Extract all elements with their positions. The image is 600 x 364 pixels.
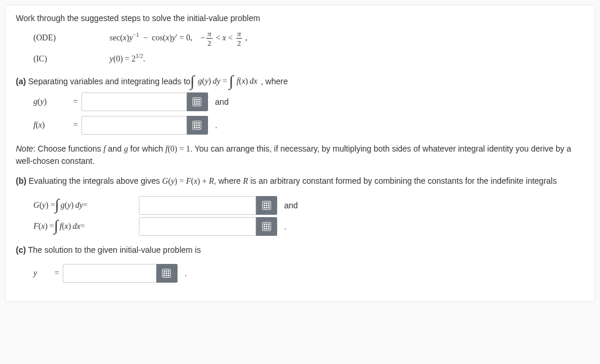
keypad-icon (192, 121, 202, 130)
gy-input[interactable] (81, 92, 187, 111)
equals-sign: = (73, 121, 78, 130)
svg-rect-12 (196, 122, 198, 124)
svg-rect-8 (196, 103, 198, 105)
svg-rect-18 (196, 126, 198, 128)
svg-rect-22 (265, 202, 267, 204)
svg-rect-36 (268, 225, 270, 227)
Gy-input-group: G(y) = ∫ g(y) dy = and (33, 196, 584, 215)
svg-rect-1 (194, 99, 196, 101)
svg-rect-26 (268, 204, 270, 206)
period-text: . (284, 222, 287, 231)
part-b-text: (b) Evaluating the integrals above gives… (16, 175, 584, 187)
intro-text: Work through the suggested steps to solv… (16, 13, 584, 23)
svg-rect-5 (196, 101, 198, 103)
svg-rect-43 (168, 270, 170, 272)
svg-rect-29 (268, 207, 270, 208)
ic-tag: (IC) (33, 54, 110, 64)
ode-expression: sec(x)y−1 − cos(x)y′ = 0, −π2 < x < π2 , (110, 30, 247, 47)
svg-rect-45 (166, 273, 168, 274)
ode-block: (ODE) sec(x)y−1 − cos(x)y′ = 0, −π2 < x … (33, 29, 584, 68)
svg-rect-4 (194, 101, 196, 103)
keypad-button-Fx[interactable] (256, 217, 277, 236)
svg-rect-34 (264, 225, 265, 227)
svg-rect-2 (196, 99, 198, 101)
keypad-button-Gy[interactable] (256, 196, 277, 215)
svg-rect-33 (268, 224, 270, 225)
and-text: and (284, 201, 298, 210)
svg-rect-19 (199, 126, 200, 128)
keypad-button-gy[interactable] (187, 92, 208, 111)
part-a-after: , where (261, 77, 288, 86)
svg-rect-13 (199, 122, 200, 124)
keypad-button-fx[interactable] (187, 116, 208, 135)
svg-rect-16 (199, 125, 200, 126)
svg-rect-24 (264, 204, 265, 206)
svg-rect-9 (199, 103, 200, 105)
svg-rect-38 (265, 228, 267, 229)
part-a-label: (a) Separating variables and integrating… (16, 77, 190, 86)
svg-rect-6 (199, 101, 200, 103)
svg-rect-39 (268, 228, 270, 229)
problem-card: Work through the suggested steps to solv… (5, 5, 595, 302)
svg-rect-31 (264, 224, 265, 225)
ic-row: (IC) y(0) = 21/2. (33, 50, 584, 68)
svg-rect-3 (199, 99, 200, 101)
fx-input[interactable] (81, 116, 187, 135)
svg-rect-14 (194, 125, 196, 126)
keypad-icon (262, 201, 271, 210)
gy-input-group: g(y) = and (33, 92, 584, 111)
keypad-icon (192, 97, 202, 107)
svg-rect-41 (163, 270, 165, 272)
ode-row: (ODE) sec(x)y−1 − cos(x)y′ = 0, −π2 < x … (33, 29, 584, 47)
and-text: and (215, 97, 229, 107)
keypad-icon (162, 269, 171, 278)
equals-sign: = (73, 97, 78, 107)
svg-rect-11 (194, 122, 196, 124)
svg-rect-49 (168, 274, 170, 276)
svg-rect-37 (264, 228, 265, 229)
period-text: . (215, 121, 217, 130)
period-text: . (185, 269, 187, 278)
note-text: Note: Choose functions f and g for which… (16, 143, 584, 167)
Fx-input-group: F(x) = ∫ f(x) dx = . (33, 217, 584, 236)
gy-label: g(y) (33, 97, 70, 107)
svg-rect-44 (163, 273, 165, 274)
svg-rect-48 (166, 274, 168, 276)
svg-rect-23 (268, 202, 270, 204)
svg-rect-27 (264, 207, 265, 208)
part-a-row: (a) Separating variables and integrating… (16, 75, 584, 88)
svg-rect-17 (194, 126, 196, 128)
svg-rect-35 (265, 225, 267, 227)
svg-rect-7 (194, 103, 196, 105)
y-input[interactable] (63, 264, 156, 283)
equals-sign: = (54, 269, 59, 278)
svg-rect-42 (166, 270, 168, 272)
Gy-input[interactable] (139, 196, 256, 215)
svg-rect-46 (168, 273, 170, 274)
keypad-icon (262, 222, 271, 231)
part-c-text: (c) The solution to the given initial-va… (16, 244, 584, 256)
svg-rect-15 (196, 125, 198, 126)
y-label: y (33, 269, 51, 278)
y-input-group: y = . (33, 264, 584, 283)
Gy-pre: G(y) = ∫ g(y) dy = (33, 199, 139, 211)
Fx-input[interactable] (139, 217, 256, 236)
part-a-integral: ∫ g(y) dy = ∫ f(x) dx (190, 75, 257, 88)
svg-rect-21 (264, 202, 265, 204)
svg-rect-28 (265, 207, 267, 208)
fx-input-group: f(x) = . (33, 116, 584, 135)
svg-rect-25 (265, 204, 267, 206)
Fx-pre: F(x) = ∫ f(x) dx = (33, 220, 139, 232)
svg-rect-32 (265, 224, 267, 225)
keypad-button-y[interactable] (156, 264, 178, 283)
ic-expression: y(0) = 21/2. (110, 54, 145, 64)
ode-tag: (ODE) (33, 33, 110, 43)
fx-label: f(x) (33, 121, 70, 130)
svg-rect-47 (163, 274, 165, 276)
